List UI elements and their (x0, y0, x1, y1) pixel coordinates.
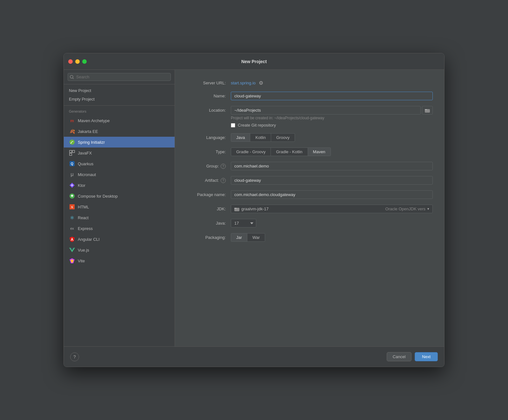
svg-point-0 (70, 75, 73, 78)
search-input[interactable] (68, 73, 171, 81)
group-row: Group: ? (186, 162, 433, 170)
content-area: New Project Empty Project Generators m M… (64, 70, 444, 346)
react-icon: ⚛ (69, 214, 75, 221)
type-maven-button[interactable]: Maven (308, 148, 331, 156)
browse-button[interactable] (422, 106, 433, 115)
sidebar-item-react[interactable]: ⚛ React (64, 212, 175, 223)
sidebar-item-jakarta-ee[interactable]: 🍂 Jakarta EE (64, 126, 175, 137)
java-version-select[interactable]: 17 21 11 8 (231, 219, 256, 227)
packaging-jar-button[interactable]: Jar (231, 233, 247, 242)
group-control (231, 162, 433, 170)
sidebar-item-ktor[interactable]: Ktor (64, 180, 175, 191)
sidebar-item-quarkus[interactable]: Q Quarkus (64, 158, 175, 169)
sidebar-item-empty-project[interactable]: Empty Project (64, 95, 175, 103)
jdk-dropdown[interactable]: graalvm-jdk-17 Oracle OpenJDK vers ▾ (231, 205, 433, 213)
sidebar-item-angular-cli[interactable]: Angular CLI (64, 234, 175, 245)
jdk-chevron-icon: ▾ (427, 207, 429, 211)
package-name-control (231, 190, 433, 199)
generators-section: Generators m Maven Archetype 🍂 Jakarta E… (64, 106, 175, 346)
spring-initializr-label: Spring Initializr (78, 140, 105, 145)
packaging-row: Packaging: Jar War (186, 233, 433, 242)
javafx-icon (69, 150, 75, 156)
language-java-button[interactable]: Java (231, 133, 250, 142)
jdk-folder-icon (234, 207, 239, 211)
name-label: Name: (186, 92, 231, 98)
name-input[interactable] (231, 92, 433, 100)
sidebar-item-javafx[interactable]: JavaFX (64, 148, 175, 158)
html-label: HTML (78, 205, 89, 209)
angular-icon (69, 236, 75, 242)
type-label: Type: (186, 148, 231, 154)
packaging-label: Packaging: (186, 233, 231, 240)
location-input-row (231, 106, 433, 115)
language-btn-group: Java Kotlin Groovy (231, 133, 433, 142)
location-control: Project will be created in: ~/IdeaProjec… (231, 106, 433, 128)
svg-rect-6 (70, 153, 72, 155)
svg-text:5: 5 (71, 206, 73, 209)
react-label: React (78, 215, 89, 220)
group-help-icon[interactable]: ? (221, 164, 226, 169)
vuejs-label: Vue.js (78, 248, 89, 253)
artifact-control (231, 176, 433, 185)
sidebar-item-new-project[interactable]: New Project (64, 86, 175, 95)
bottom-bar: ? Cancel Next (64, 346, 444, 367)
minimize-button[interactable] (75, 59, 80, 64)
vite-label: Vite (78, 259, 85, 263)
packaging-control: Jar War (231, 233, 433, 242)
jakarta-ee-label: Jakarta EE (78, 129, 98, 134)
artifact-input[interactable] (231, 176, 433, 185)
compose-icon (69, 193, 75, 199)
location-label: Location: (186, 106, 231, 113)
sidebar: New Project Empty Project Generators m M… (64, 70, 175, 346)
packaging-war-button[interactable]: War (247, 233, 265, 242)
title-bar: New Project (64, 53, 444, 70)
ktor-label: Ktor (78, 183, 85, 188)
sidebar-item-spring-initializr[interactable]: Spring Initializr (64, 137, 175, 148)
next-button[interactable]: Next (415, 352, 438, 361)
language-groovy-button[interactable]: Groovy (271, 133, 295, 142)
help-button[interactable]: ? (70, 352, 79, 361)
traffic-lights (68, 59, 87, 64)
svg-rect-4 (70, 150, 72, 153)
package-name-input[interactable] (231, 190, 433, 199)
settings-icon[interactable]: ⚙ (259, 80, 263, 86)
git-checkbox-label: Create Git repository (238, 123, 276, 128)
maximize-button[interactable] (82, 59, 87, 64)
name-row: Name: (186, 92, 433, 100)
micronaut-icon: μ (69, 171, 75, 178)
jdk-control: graalvm-jdk-17 Oracle OpenJDK vers ▾ (231, 205, 433, 213)
window-title: New Project (241, 59, 267, 64)
server-url-row: Server URL: start.spring.io ⚙ (186, 79, 433, 86)
express-label: Express (78, 226, 93, 231)
sidebar-item-compose-desktop[interactable]: Compose for Desktop (64, 191, 175, 201)
artifact-help-icon[interactable]: ? (221, 178, 226, 183)
sidebar-item-vuejs[interactable]: Vue.js (64, 245, 175, 255)
html-icon: 5 (69, 204, 75, 210)
cancel-button[interactable]: Cancel (387, 352, 411, 361)
spring-icon (69, 139, 75, 145)
sidebar-item-html[interactable]: 5 HTML (64, 201, 175, 212)
language-row: Language: Java Kotlin Groovy (186, 133, 433, 142)
package-name-row: Package name: (186, 190, 433, 199)
svg-marker-15 (70, 237, 75, 242)
svg-point-3 (70, 143, 71, 144)
close-button[interactable] (68, 59, 73, 64)
svg-rect-22 (425, 109, 427, 110)
type-gradle-kotlin-button[interactable]: Gradle - Kotlin (271, 148, 308, 156)
sidebar-item-maven-archetype[interactable]: m Maven Archetype (64, 115, 175, 126)
language-kotlin-button[interactable]: Kotlin (250, 133, 271, 142)
git-checkbox[interactable] (231, 123, 235, 128)
server-url-link[interactable]: start.spring.io (231, 81, 256, 85)
group-input[interactable] (231, 162, 433, 170)
type-gradle-groovy-button[interactable]: Gradle - Groovy (231, 148, 271, 156)
svg-line-1 (73, 78, 74, 79)
location-input[interactable] (231, 106, 421, 115)
type-control: Gradle - Groovy Gradle - Kotlin Maven (231, 148, 433, 156)
sidebar-top-items: New Project Empty Project (64, 84, 175, 106)
vue-icon (69, 247, 75, 253)
sidebar-item-micronaut[interactable]: μ Micronaut (64, 169, 175, 180)
sidebar-item-vite[interactable]: Vite (64, 255, 175, 266)
server-url-control: start.spring.io ⚙ (231, 79, 433, 86)
svg-rect-5 (72, 150, 75, 153)
sidebar-item-express[interactable]: ex Express (64, 223, 175, 234)
